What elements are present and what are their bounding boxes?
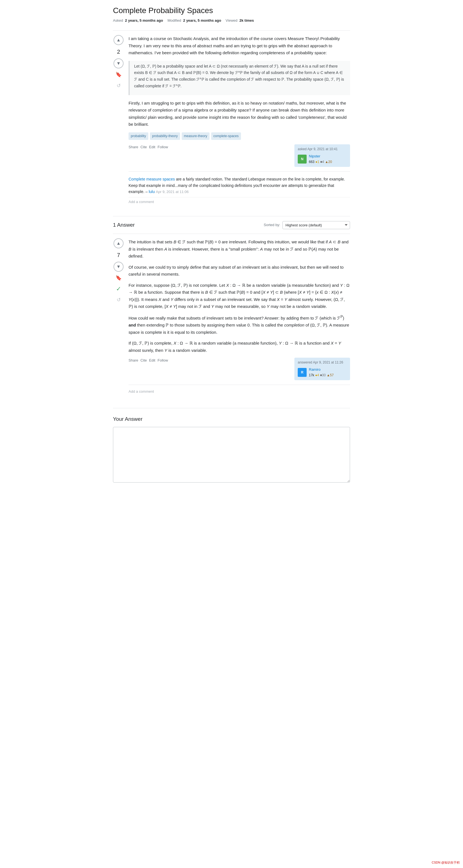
question-vote-count: 2 <box>117 46 120 57</box>
question-post-actions: Share Cite Edit Follow asked Apr 9, 2021… <box>128 144 350 167</box>
question-user-info: N Nipster 663 ●1 ■4 ▲20 <box>298 154 347 165</box>
question-para-2: Firstly, I am struggling to get to grips… <box>128 99 350 128</box>
answer-add-comment-link[interactable]: Add a comment <box>128 389 154 395</box>
question-section: ▲ 2 ▼ 🔖 ↺ I am taking a course on Stocha… <box>113 30 350 210</box>
question-user-card: asked Apr 9, 2021 at 10:41 N Nipster 663… <box>294 144 350 167</box>
tag-probability-theory[interactable]: probability-theory <box>150 132 180 140</box>
sort-select[interactable]: Highest score (default) Trending (recent… <box>282 221 350 229</box>
sort-bar: Sorted by: Highest score (default) Trend… <box>264 221 350 229</box>
question-para-1: I am taking a course on Stochastic Analy… <box>128 35 350 57</box>
answer-follow-link[interactable]: Follow <box>157 358 168 364</box>
answer-para-2: Of course, we could try to simply define… <box>128 264 350 278</box>
meta-viewed: Viewed 2k times <box>226 18 254 24</box>
answer-links: Share Cite Edit Follow <box>128 358 168 364</box>
answer-para-5: If (Ω, ℱ, ℙ) is complete, X : Ω → ℝ is a… <box>128 340 350 354</box>
question-user-name[interactable]: Nipster <box>309 154 332 159</box>
question-vote-col: ▲ 2 ▼ 🔖 ↺ <box>113 35 124 205</box>
tag-measure-theory[interactable]: measure-theory <box>182 132 209 140</box>
your-answer-section: Your Answer <box>113 408 350 484</box>
answer-cite-link[interactable]: Cite <box>141 358 147 364</box>
answer-para-3: For instance, suppose (Ω, ℱ, ℙ) is not c… <box>128 282 350 310</box>
question-add-comment-link[interactable]: Add a comment <box>128 199 154 205</box>
answers-count: 1 Answer <box>113 221 135 229</box>
question-comment-1: Complete measure spaces are a fairly sta… <box>128 174 350 197</box>
question-tags: probability probability-theory measure-t… <box>128 132 350 140</box>
answer-content: The intuition is that sets B ∈ ℱ such th… <box>128 238 350 395</box>
answer-para-4: How could we really make that subsets of… <box>128 314 350 336</box>
question-downvote-button[interactable]: ▼ <box>114 58 123 68</box>
answer-user-badges: 17k ●4 ■30 ▲57 <box>309 373 334 378</box>
accepted-checkmark-icon: ✓ <box>116 284 121 294</box>
question-user-details: Nipster 663 ●1 ■4 ▲20 <box>309 154 332 165</box>
question-content: I am taking a course on Stochastic Analy… <box>128 35 350 205</box>
comment-author-1[interactable]: lulu <box>149 189 155 194</box>
question-bookmark-button[interactable]: 🔖 <box>114 69 123 80</box>
tag-probability[interactable]: probability <box>128 132 148 140</box>
question-links: Share Cite Edit Follow <box>128 144 168 150</box>
answer-downvote-button[interactable]: ▼ <box>114 262 123 272</box>
answer-body: The intuition is that sets B ∈ ℱ such th… <box>128 238 350 354</box>
question-comments-section: Complete measure spaces are a fairly sta… <box>128 171 350 205</box>
question-upvote-button[interactable]: ▲ <box>114 35 123 45</box>
sorted-by-label: Sorted by: <box>264 222 280 228</box>
answer-post-actions: Share Cite Edit Follow answered Apr 9, 2… <box>128 358 350 380</box>
answer-vote-col: ▲ 7 ▼ 🔖 ✓ ↺ <box>113 238 124 395</box>
answer-comments-section: Add a comment <box>128 384 350 395</box>
question-blockquote: Let (Ω, ℱ, ℙ) be a probability space and… <box>128 61 350 95</box>
answer-editor[interactable] <box>113 427 350 483</box>
answer-vote-count: 7 <box>117 249 120 260</box>
blockquote-text: Let (Ω, ℱ, ℙ) be a probability space and… <box>134 63 346 90</box>
question-body: I am taking a course on Stochastic Analy… <box>128 35 350 128</box>
answer-answered-label: answered Apr 9, 2021 at 11:26 <box>298 360 347 365</box>
answer-user-avatar: R <box>298 368 307 377</box>
meta-bar: Asked 2 years, 5 months ago Modified 2 y… <box>113 18 350 24</box>
answer-upvote-button[interactable]: ▲ <box>114 238 123 248</box>
answer-user-details: Ramiro 17k ●4 ■30 ▲57 <box>309 367 334 378</box>
answer-share-link[interactable]: Share <box>128 358 138 364</box>
answer-bookmark-button[interactable]: 🔖 <box>114 273 123 283</box>
question-history-button[interactable]: ↺ <box>114 81 123 91</box>
answer-section: ▲ 7 ▼ 🔖 ✓ ↺ The intuition is that sets B… <box>113 234 350 399</box>
answer-history-button[interactable]: ↺ <box>114 295 123 305</box>
question-edit-link[interactable]: Edit <box>149 144 155 150</box>
your-answer-title: Your Answer <box>113 415 350 423</box>
answer-user-name[interactable]: Ramiro <box>309 367 334 373</box>
comment-link[interactable]: Complete measure spaces <box>128 177 175 181</box>
question-follow-link[interactable]: Follow <box>157 144 168 150</box>
question-cite-link[interactable]: Cite <box>141 144 147 150</box>
page-title: Complete Probability Spaces <box>113 6 350 16</box>
meta-asked: Asked 2 years, 5 months ago <box>113 18 163 24</box>
comment-date-1: Apr 9, 2021 at 11:06 <box>156 190 189 194</box>
answer-edit-link[interactable]: Edit <box>149 358 155 364</box>
question-user-badges: 663 ●1 ■4 ▲20 <box>309 159 332 165</box>
question-share-link[interactable]: Share <box>128 144 138 150</box>
tag-complete-spaces[interactable]: complete-spaces <box>211 132 241 140</box>
question-user-avatar: N <box>298 155 307 163</box>
answer-user-card: answered Apr 9, 2021 at 11:26 R Ramiro 1… <box>294 358 350 380</box>
answer-para-1: The intuition is that sets B ∈ ℱ such th… <box>128 238 350 260</box>
question-asked-label: asked Apr 9, 2021 at 10:41 <box>298 147 347 152</box>
answer-user-info: R Ramiro 17k ●4 ■30 ▲57 <box>298 367 347 378</box>
answers-header: 1 Answer Sorted by: Highest score (defau… <box>113 216 350 229</box>
meta-modified: Modified 2 years, 5 months ago <box>168 18 221 24</box>
